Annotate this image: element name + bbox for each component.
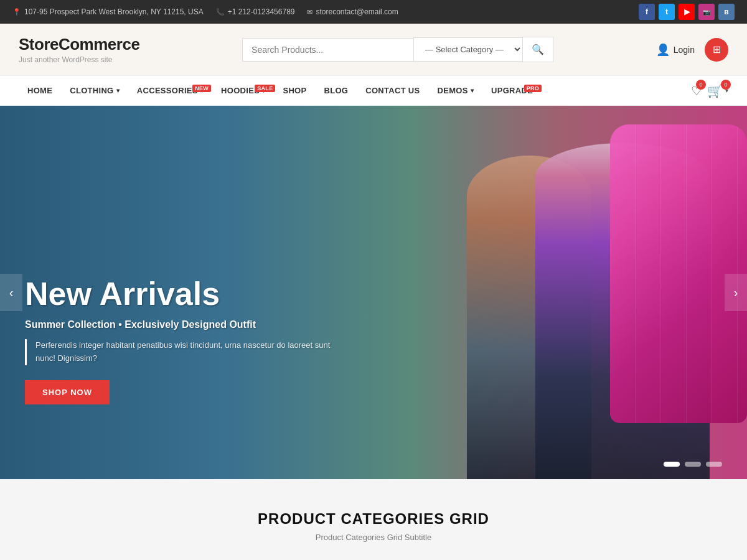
wishlist-button[interactable]: ♡ 0 [691,83,702,98]
search-input[interactable] [242,38,413,62]
nav-item-home[interactable]: HOME [19,76,61,105]
category-select[interactable]: — Select Category — [413,37,522,62]
youtube-link[interactable]: ▶ [679,4,695,20]
nav-item-demos[interactable]: DEMOS ▾ [429,76,482,105]
slider-dot-2[interactable] [685,462,701,467]
hero-content: New Arrivals Summer Collection • Exclusi… [25,276,336,404]
address-info: 107-95 Prospect Park West Brooklyn, NY 1… [12,7,204,16]
wishlist-count: 0 [696,80,706,90]
address-text: 107-95 Prospect Park West Brooklyn, NY 1… [24,7,204,16]
search-button[interactable]: 🔍 [522,37,553,62]
cart-count: 0 [721,80,731,90]
nav-item-upgrade[interactable]: UPGRADE PRO [482,81,542,100]
nav-items: HOME CLOTHING ▾ ACCESSORIES ▾ NEW HOODIE… [19,76,542,105]
login-label: Login [674,45,695,55]
search-icon: 🔍 [532,44,544,55]
main-nav: HOME CLOTHING ▾ ACCESSORIES ▾ NEW HOODIE… [0,75,747,106]
shop-now-button[interactable]: SHOP NOW [25,380,110,404]
header-actions: 👤 Login ⊞ [656,38,728,62]
logo-subtitle: Just another WordPress site [19,55,139,64]
cart-button[interactable]: 🛒 0 ▾ [707,83,728,98]
hero-body-text: Perferendis integer habitant penatibus w… [25,339,336,365]
nav-cart-area: ♡ 0 🛒 0 ▾ [691,83,728,98]
nav-item-hoodies[interactable]: HOODIES ▾ SALE [212,81,274,100]
email-text: storecontact@email.com [316,7,398,16]
chevron-icon: ▾ [116,87,120,94]
facebook-link[interactable]: f [639,4,655,20]
hero-subtitle: Summer Collection • Exclusively Designed… [25,319,336,330]
categories-subtitle: Product Categories Grid Subtitle [19,533,728,542]
pro-badge: PRO [524,85,542,92]
logo[interactable]: StoreCommerce Just another WordPress sit… [19,35,139,64]
site-header: StoreCommerce Just another WordPress sit… [0,24,747,75]
instagram-link[interactable]: 📷 [698,4,715,20]
slider-dot-1[interactable] [664,462,680,467]
phone-text: +1 212-0123456789 [228,7,295,16]
search-form: — Select Category — 🔍 [242,37,553,62]
chevron-left-icon: ‹ [9,286,14,300]
grid-icon: ⊞ [713,44,721,55]
categories-section: PRODUCT CATEGORIES GRID Product Categori… [0,479,747,560]
chevron-icon: ▾ [471,87,474,94]
email-info: storecontact@email.com [307,7,398,16]
slider-next-button[interactable]: › [725,274,747,311]
slider-prev-button[interactable]: ‹ [0,274,22,311]
logo-title: StoreCommerce [19,35,139,54]
top-bar: 107-95 Prospect Park West Brooklyn, NY 1… [0,0,747,24]
nav-item-accessories[interactable]: ACCESSORIES ▾ NEW [128,81,212,100]
chevron-right-icon: › [734,286,738,300]
email-icon [307,8,312,16]
nav-item-blog[interactable]: BLOG [315,76,357,105]
phone-icon [216,8,225,16]
twitter-link[interactable]: t [659,4,675,20]
new-badge: NEW [192,85,211,92]
vk-link[interactable]: в [718,4,735,20]
categories-title: PRODUCT CATEGORIES GRID [19,510,728,528]
social-links: f t ▶ 📷 в [639,4,735,20]
user-icon: 👤 [656,43,670,57]
nav-item-shop[interactable]: SHOP [274,76,315,105]
nav-item-contact[interactable]: CONTACT US [357,76,428,105]
top-bar-contact: 107-95 Prospect Park West Brooklyn, NY 1… [12,7,398,16]
location-icon [12,8,21,16]
phone-info: +1 212-0123456789 [216,7,295,16]
login-button[interactable]: 👤 Login [656,43,695,57]
sale-badge: SALE [255,85,275,92]
hero-title: New Arrivals [25,276,336,312]
nav-item-clothing[interactable]: CLOTHING ▾ [61,76,128,105]
hero-slider: New Arrivals Summer Collection • Exclusi… [0,106,747,479]
grid-menu-button[interactable]: ⊞ [705,38,728,62]
slider-dot-3[interactable] [706,462,722,467]
slider-dots [664,462,722,467]
